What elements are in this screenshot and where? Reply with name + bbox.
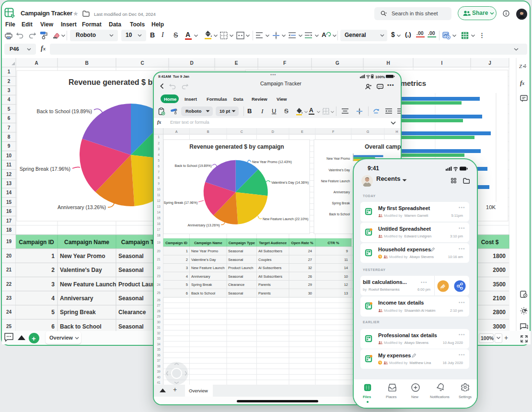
svg-text:1800: 1800 bbox=[493, 253, 506, 259]
svg-text:11: 11 bbox=[344, 258, 348, 262]
svg-text:Anniversary: Anniversary bbox=[191, 274, 210, 279]
svg-text:Valentine's Day: Valentine's Day bbox=[329, 168, 350, 172]
svg-text:24: 24 bbox=[6, 309, 12, 315]
svg-text:6: 6 bbox=[186, 291, 188, 295]
svg-text:5: 5 bbox=[158, 159, 160, 162]
svg-text:Clearance: Clearance bbox=[118, 309, 146, 316]
svg-text:Target Audience: Target Audience bbox=[259, 241, 287, 245]
svg-text:3: 3 bbox=[158, 147, 160, 151]
svg-text:Campaign ID: Campaign ID bbox=[19, 239, 54, 246]
svg-text:20: 20 bbox=[157, 249, 161, 253]
svg-text:Clearance: Clearance bbox=[228, 283, 244, 287]
svg-text:Revenue generated $ by campaig: Revenue generated $ by campaign bbox=[189, 143, 284, 150]
svg-text:36: 36 bbox=[157, 353, 161, 357]
svg-text:D: D bbox=[190, 60, 193, 66]
svg-text:21: 21 bbox=[157, 258, 161, 261]
svg-text:31: 31 bbox=[157, 326, 161, 329]
svg-text:2: 2 bbox=[186, 258, 188, 262]
svg-text:C: C bbox=[241, 130, 243, 133]
svg-text:C: C bbox=[140, 60, 144, 66]
svg-text:Spring Break (17.96%): Spring Break (17.96%) bbox=[20, 166, 70, 172]
svg-text:28: 28 bbox=[157, 309, 161, 313]
svg-text:19: 19 bbox=[6, 239, 12, 244]
svg-text:Spring Break: Spring Break bbox=[332, 201, 350, 205]
svg-text:24: 24 bbox=[308, 249, 312, 253]
svg-text:32: 32 bbox=[308, 266, 312, 270]
svg-text:14: 14 bbox=[6, 190, 12, 195]
svg-text:Anniversary (13.26%): Anniversary (13.26%) bbox=[187, 224, 220, 227]
svg-text:Campaign Type: Campaign Type bbox=[229, 241, 255, 245]
svg-text:27: 27 bbox=[157, 304, 161, 307]
svg-text:6: 6 bbox=[8, 116, 11, 121]
svg-text:27: 27 bbox=[308, 258, 312, 262]
svg-text:All Subscribers: All Subscribers bbox=[258, 249, 282, 253]
svg-text:Parents: Parents bbox=[258, 291, 271, 295]
svg-text:9: 9 bbox=[346, 249, 348, 253]
svg-text:Couples: Couples bbox=[258, 258, 272, 262]
svg-text:10: 10 bbox=[344, 274, 348, 279]
svg-text:14: 14 bbox=[344, 266, 348, 270]
svg-text:Valentine's Day (14.36%): Valentine's Day (14.36%) bbox=[271, 181, 309, 185]
svg-text:2000: 2000 bbox=[493, 267, 506, 273]
svg-text:B: B bbox=[207, 130, 209, 133]
svg-text:19: 19 bbox=[157, 241, 161, 244]
svg-text:5: 5 bbox=[8, 106, 11, 112]
svg-text:26: 26 bbox=[308, 274, 312, 279]
svg-text:Cost $: Cost $ bbox=[481, 239, 499, 246]
svg-text:D: D bbox=[272, 130, 274, 133]
svg-text:8: 8 bbox=[158, 176, 160, 179]
svg-text:3000: 3000 bbox=[493, 323, 506, 330]
svg-text:29: 29 bbox=[308, 283, 312, 287]
svg-text:18: 18 bbox=[157, 234, 161, 237]
svg-text:1: 1 bbox=[186, 249, 188, 253]
svg-text:29: 29 bbox=[157, 315, 161, 318]
svg-text:3500: 3500 bbox=[493, 281, 506, 288]
svg-text:23: 23 bbox=[157, 274, 161, 278]
svg-text:22: 22 bbox=[6, 282, 12, 287]
svg-text:Seasonal: Seasonal bbox=[228, 274, 243, 279]
svg-text:E: E bbox=[301, 130, 303, 133]
svg-text:15: 15 bbox=[6, 200, 12, 205]
svg-text:15: 15 bbox=[157, 216, 161, 220]
svg-text:Parents: Parents bbox=[258, 283, 271, 287]
svg-text:17: 17 bbox=[157, 228, 161, 231]
svg-text:16: 16 bbox=[6, 209, 12, 214]
svg-text:40: 40 bbox=[157, 376, 161, 379]
svg-text:25: 25 bbox=[6, 324, 12, 329]
svg-text:23: 23 bbox=[6, 295, 12, 301]
svg-text:2100: 2100 bbox=[493, 295, 506, 302]
svg-text:37: 37 bbox=[157, 359, 161, 362]
svg-text:25: 25 bbox=[157, 291, 161, 294]
svg-text:24: 24 bbox=[157, 283, 161, 286]
svg-text:26: 26 bbox=[157, 298, 161, 302]
svg-text:Overall campaign metrics: Overall campaign metrics bbox=[365, 143, 401, 150]
svg-text:7: 7 bbox=[158, 170, 160, 174]
svg-text:Seasonal: Seasonal bbox=[118, 295, 144, 302]
svg-text:34: 34 bbox=[157, 342, 161, 346]
svg-text:11: 11 bbox=[6, 162, 12, 167]
svg-text:Back to School (19.89%): Back to School (19.89%) bbox=[175, 164, 212, 168]
svg-text:New Year Promo: New Year Promo bbox=[191, 249, 218, 253]
svg-text:2: 2 bbox=[158, 141, 160, 145]
svg-text:Campaign Name: Campaign Name bbox=[64, 239, 109, 246]
svg-text:13: 13 bbox=[6, 181, 12, 186]
svg-text:G: G bbox=[367, 130, 369, 133]
svg-text:Back to School: Back to School bbox=[60, 323, 102, 330]
svg-text:New Feature Launch: New Feature Launch bbox=[191, 266, 225, 270]
svg-text:2: 2 bbox=[8, 79, 11, 84]
svg-text:20: 20 bbox=[6, 253, 12, 259]
svg-text:4: 4 bbox=[186, 274, 188, 279]
svg-text:3: 3 bbox=[51, 281, 55, 288]
svg-text:A: A bbox=[175, 130, 178, 133]
svg-text:Anniversary: Anniversary bbox=[60, 295, 93, 302]
svg-text:35: 35 bbox=[157, 348, 161, 351]
svg-text:12: 12 bbox=[157, 199, 161, 202]
svg-text:13: 13 bbox=[344, 291, 348, 295]
svg-text:1: 1 bbox=[8, 69, 11, 74]
svg-text:Spring Break: Spring Break bbox=[191, 283, 212, 287]
svg-text:16: 16 bbox=[157, 222, 161, 225]
svg-text:11: 11 bbox=[157, 193, 161, 197]
svg-text:12: 12 bbox=[6, 172, 12, 177]
svg-text:I: I bbox=[441, 60, 443, 66]
svg-text:Spring Break: Spring Break bbox=[60, 309, 96, 316]
